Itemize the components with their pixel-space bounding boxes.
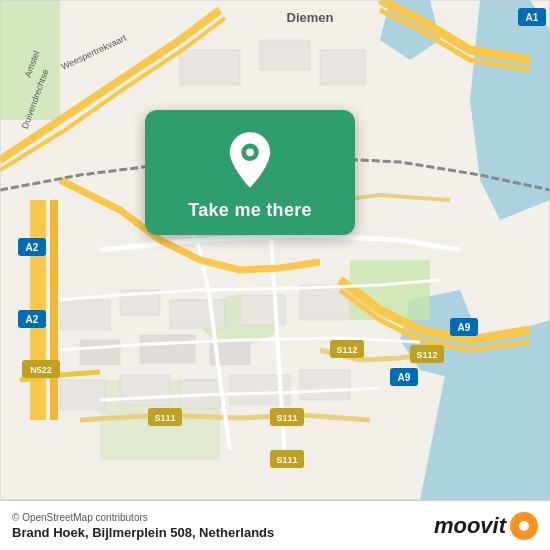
svg-rect-10 xyxy=(80,340,120,365)
svg-rect-11 xyxy=(140,335,195,363)
svg-text:S111: S111 xyxy=(154,413,175,423)
svg-rect-22 xyxy=(50,200,58,420)
take-me-there-card[interactable]: Take me there xyxy=(145,110,355,235)
svg-rect-7 xyxy=(170,300,225,328)
moovit-dot-icon xyxy=(510,512,538,540)
footer-left: © OpenStreetMap contributors Brand Hoek,… xyxy=(12,512,274,540)
svg-rect-14 xyxy=(120,375,170,405)
svg-rect-19 xyxy=(260,40,310,70)
osm-attribution: © OpenStreetMap contributors xyxy=(12,512,274,523)
svg-text:A2: A2 xyxy=(26,314,39,325)
svg-rect-18 xyxy=(180,50,240,85)
moovit-dot-inner xyxy=(519,521,529,531)
map-container: A2 A2 A1 A9 A9 S113 S112 S112 S111 S111 … xyxy=(0,0,550,500)
svg-rect-5 xyxy=(60,300,110,330)
moovit-logo: moovit xyxy=(434,512,538,540)
svg-point-53 xyxy=(246,148,254,156)
moovit-text: moovit xyxy=(434,513,506,539)
svg-rect-20 xyxy=(320,50,365,85)
svg-text:S112: S112 xyxy=(336,345,357,355)
footer: © OpenStreetMap contributors Brand Hoek,… xyxy=(0,500,550,550)
location-pin-icon xyxy=(225,130,275,190)
svg-rect-17 xyxy=(300,370,350,400)
svg-text:N522: N522 xyxy=(30,365,52,375)
svg-text:S111: S111 xyxy=(276,413,297,423)
svg-text:S112: S112 xyxy=(416,350,437,360)
take-me-there-button[interactable]: Take me there xyxy=(188,200,312,221)
svg-text:A2: A2 xyxy=(26,242,39,253)
svg-text:Diemen: Diemen xyxy=(287,10,334,25)
svg-rect-13 xyxy=(60,380,105,410)
svg-text:A1: A1 xyxy=(526,12,539,23)
svg-text:A9: A9 xyxy=(398,372,411,383)
location-label: Brand Hoek, Bijlmerplein 508, Netherland… xyxy=(12,525,274,540)
svg-text:S111: S111 xyxy=(276,455,297,465)
svg-text:A9: A9 xyxy=(458,322,471,333)
